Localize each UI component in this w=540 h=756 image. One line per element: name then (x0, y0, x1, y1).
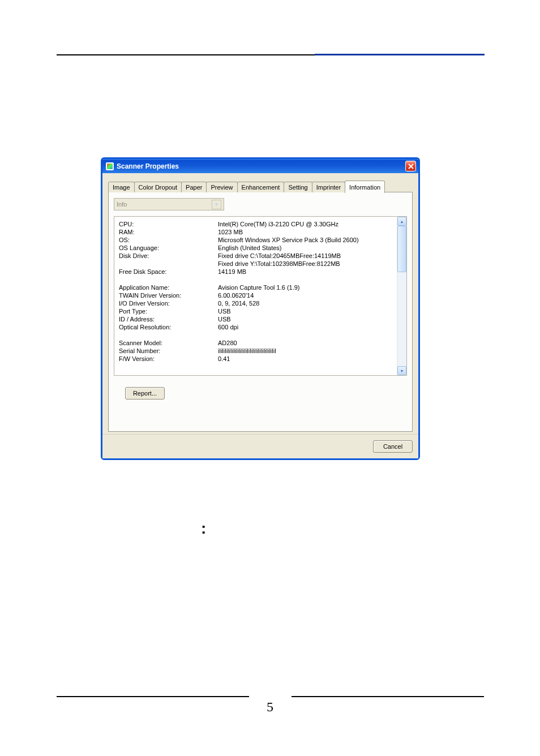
tab-label: Image (113, 184, 130, 191)
close-button[interactable] (405, 161, 416, 171)
tab-imprinter[interactable]: Imprinter (312, 182, 345, 192)
information-panel: Info ▼ CPU:Intel(R) Core(TM) i3-2120 CPU… (108, 192, 413, 432)
tab-label: Setting (288, 184, 307, 191)
tab-label: Preview (211, 184, 233, 191)
value-port-type: USB (218, 307, 392, 315)
titlebar: Scanner Properties (102, 159, 418, 173)
label-ram: RAM: (119, 228, 218, 236)
value-serial-number: ilililililililililililililililililililil… (218, 347, 392, 355)
info-dropdown[interactable]: Info ▼ (114, 198, 224, 211)
label-disk-drive: Disk Drive: (119, 252, 218, 260)
label-port-type: Port Type: (119, 307, 218, 315)
label-id-address: ID / Address: (119, 315, 218, 323)
info-listbox: CPU:Intel(R) Core(TM) i3-2120 CPU @ 3.30… (114, 216, 407, 376)
value-disk-drive-c: Fixed drive C:\Total:20465MBFree:14119MB (218, 252, 392, 260)
value-fw-version: 0.41 (218, 355, 392, 363)
cancel-button[interactable]: Cancel (373, 440, 413, 453)
label-io-version: I/O Driver Version: (119, 299, 218, 307)
scroll-up-button[interactable]: ▲ (397, 217, 406, 226)
value-optical-res: 600 dpi (218, 323, 392, 331)
app-icon (106, 162, 114, 170)
tab-strip: Image Color Dropout Paper Preview Enhanc… (108, 180, 413, 192)
info-dropdown-value: Info (117, 201, 127, 208)
scanner-properties-dialog: Scanner Properties Image Color Dropout P… (101, 157, 420, 460)
value-disk-drive-y: Fixed drive Y:\Total:102398MBFree:8122MB (218, 260, 392, 268)
label-os-language: OS Language: (119, 244, 218, 252)
value-free-disk: 14119 MB (218, 268, 392, 276)
tab-setting[interactable]: Setting (284, 182, 312, 192)
scrollbar[interactable]: ▲ ▼ (397, 217, 406, 375)
scroll-down-button[interactable]: ▼ (397, 366, 406, 375)
value-scanner-model: AD280 (218, 339, 392, 347)
tab-label: Paper (186, 184, 202, 191)
tab-color-dropout[interactable]: Color Dropout (134, 182, 182, 192)
value-ram: 1023 MB (218, 228, 392, 236)
dialog-footer: Cancel (102, 434, 418, 458)
value-os-language: English (United States) (218, 244, 392, 252)
tab-label: Color Dropout (139, 184, 177, 191)
tab-enhancement[interactable]: Enhancement (237, 182, 285, 192)
value-io-version: 0, 9, 2014, 528 (218, 299, 392, 307)
label-fw-version: F/W Version: (119, 355, 218, 363)
label-app-name: Application Name: (119, 284, 218, 291)
tab-paper[interactable]: Paper (181, 182, 207, 192)
label-optical-res: Optical Resolution: (119, 323, 218, 331)
scroll-thumb[interactable] (397, 226, 406, 272)
value-os: Microsoft Windows XP Service Pack 3 (Bui… (218, 236, 392, 244)
label-scanner-model: Scanner Model: (119, 339, 218, 347)
tab-label: Imprinter (316, 184, 341, 191)
tab-preview[interactable]: Preview (206, 182, 237, 192)
label-twain-version: TWAIN Driver Version: (119, 291, 218, 299)
label-os: OS: (119, 236, 218, 244)
page-rule-bottom-right (292, 696, 484, 697)
page-rule-bottom-left (57, 696, 249, 697)
tab-label: Enhancement (242, 184, 280, 191)
value-cpu: Intel(R) Core(TM) i3-2120 CPU @ 3.30GHz (218, 220, 392, 228)
tab-image[interactable]: Image (108, 182, 135, 192)
label-serial-number: Serial Number: (119, 347, 218, 355)
label-free-disk: Free Disk Space: (119, 268, 218, 276)
report-button-label: Report... (133, 390, 157, 397)
label-blank (119, 260, 218, 268)
page-text-colon: : (201, 519, 206, 538)
value-twain-version: 6.00.0620'14 (218, 291, 392, 299)
label-cpu: CPU: (119, 220, 218, 228)
tab-information[interactable]: Information (345, 181, 385, 193)
tab-label: Information (349, 184, 380, 191)
page-rule-top (57, 54, 484, 55)
close-icon (408, 164, 414, 169)
cancel-button-label: Cancel (383, 443, 402, 450)
window-title: Scanner Properties (117, 162, 179, 170)
value-app-name: Avision Capture Tool 1.6 (1.9) (218, 284, 392, 291)
value-id-address: USB (218, 315, 392, 323)
report-button[interactable]: Report... (125, 387, 165, 400)
page-number: 5 (0, 699, 540, 715)
chevron-down-icon: ▼ (212, 200, 221, 209)
